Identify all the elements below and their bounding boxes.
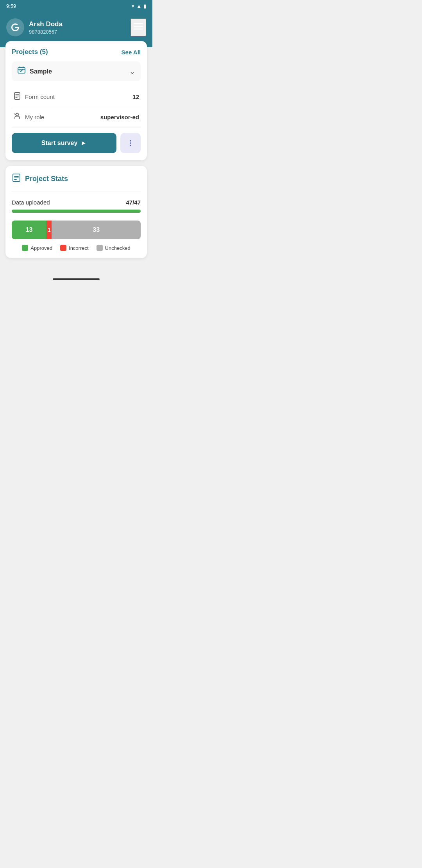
svg-rect-2 [134,29,143,30]
approved-count: 13 [26,226,33,233]
data-uploaded-row: Data uploaded 47/47 [12,199,141,206]
menu-button[interactable] [131,18,146,36]
svg-point-9 [130,140,131,142]
my-role-value: supervisor-ed [100,114,139,120]
project-name: Sample [30,68,52,75]
legend-row: Approved Incorrect Unchecked [12,245,141,251]
form-count-value: 12 [132,93,139,100]
chevron-down-icon: ⌄ [129,67,135,76]
bar-unchecked: 33 [52,221,141,239]
stats-title: Project Stats [25,175,68,183]
project-stats-card: Project Stats Data uploaded 47/47 13 1 3… [5,166,147,258]
form-count-row: Form count 12 [12,87,141,107]
projects-card: Projects (5) See All Sample ⌄ [5,41,147,160]
status-bar: 9:59 ▾ ▲ ▮ [0,0,152,12]
start-survey-label: Start survey [41,140,78,147]
svg-rect-1 [134,26,143,27]
more-options-button[interactable] [120,133,141,153]
project-dropdown[interactable]: Sample ⌄ [12,61,141,81]
user-phone: 9878820567 [29,29,63,35]
data-uploaded-value: 47/47 [126,199,141,206]
status-bar-chart: 13 1 33 [12,221,141,239]
incorrect-dot [60,245,66,251]
battery-icon: ▮ [143,3,146,9]
incorrect-count: 1 [48,227,51,233]
header-user-info: Arsh Doda 9878820567 [29,20,63,35]
projects-title: Projects (5) [12,48,48,56]
my-role-row: My role supervisor-ed [12,107,141,127]
approved-label: Approved [30,245,52,251]
start-survey-button[interactable]: Start survey ► [12,133,116,153]
arrow-right-icon: ► [80,140,87,147]
my-role-left: My role [13,112,44,122]
project-dropdown-left: Sample [17,66,52,77]
see-all-button[interactable]: See All [122,49,141,56]
progress-bar-container [12,210,141,213]
stats-divider [12,192,141,192]
legend-unchecked: Unchecked [97,245,131,251]
unchecked-dot [97,245,103,251]
bottom-bar [0,273,152,282]
bar-approved: 13 [12,221,46,239]
home-indicator [53,278,100,280]
main-content: Projects (5) See All Sample ⌄ [0,41,152,273]
project-icon [17,66,26,77]
projects-header: Projects (5) See All [12,48,141,56]
incorrect-label: Incorrect [69,245,89,251]
signal-icon: ▲ [136,3,141,9]
stats-icon [12,173,21,185]
role-icon [13,112,21,122]
form-count-left: Form count [13,92,55,102]
unchecked-label: Unchecked [105,245,131,251]
stats-title-row: Project Stats [12,173,141,185]
svg-point-11 [130,145,131,146]
header-left: Arsh Doda 9878820567 [6,18,63,36]
svg-rect-0 [134,23,143,24]
wifi-icon: ▾ [132,3,134,9]
my-role-label: My role [25,114,44,120]
status-time: 9:59 [6,3,16,9]
unchecked-count: 33 [93,226,100,233]
data-uploaded-label: Data uploaded [12,199,50,206]
user-name: Arsh Doda [29,20,63,28]
approved-dot [22,245,28,251]
progress-bar-fill [12,210,141,213]
bar-incorrect: 1 [46,221,52,239]
svg-point-10 [130,142,131,144]
action-row: Start survey ► [12,133,141,153]
form-icon [13,92,21,102]
legend-approved: Approved [22,245,52,251]
legend-incorrect: Incorrect [60,245,89,251]
form-count-label: Form count [25,93,55,100]
status-icons: ▾ ▲ ▮ [132,3,146,9]
app-logo [6,18,24,36]
